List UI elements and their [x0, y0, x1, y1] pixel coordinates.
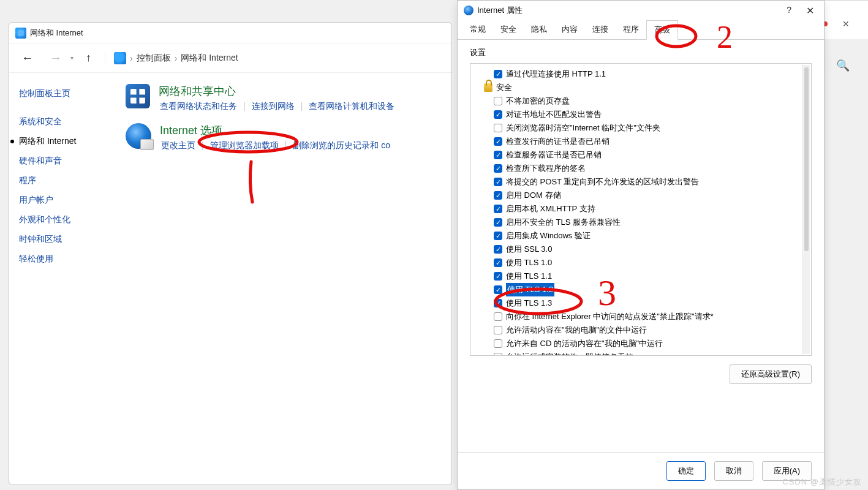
checkbox-icon[interactable]: ✓	[494, 164, 502, 173]
checkbox-icon[interactable]: ✓	[494, 285, 502, 294]
dialog-title: Internet 属性	[477, 5, 523, 16]
checkbox-icon[interactable]: ✓	[494, 299, 502, 307]
sidebar-item-6[interactable]: 时钟和区域	[19, 230, 116, 249]
breadcrumb[interactable]: › 控制面板 › 网络和 Internet	[105, 52, 443, 64]
category-title[interactable]: Internet 选项	[160, 123, 443, 138]
checkbox-icon[interactable]: ✓	[494, 178, 502, 186]
tab-6[interactable]: 高级	[646, 20, 678, 40]
checkbox-icon[interactable]: ✓	[494, 191, 502, 200]
setting-row[interactable]: ✓启用不安全的 TLS 服务器兼容性	[473, 216, 802, 229]
help-button[interactable]: ?	[787, 5, 791, 17]
setting-row[interactable]: ✓对证书地址不匹配发出警告	[473, 108, 802, 121]
tab-5[interactable]: 程序	[616, 20, 646, 39]
tab-3[interactable]: 内容	[554, 20, 585, 39]
breadcrumb-root[interactable]: 控制面板	[137, 53, 171, 64]
tab-2[interactable]: 隐私	[524, 20, 554, 39]
checkbox-icon[interactable]	[494, 312, 502, 321]
restore-defaults-button[interactable]: 还原高级设置(R)	[730, 364, 812, 384]
ok-button[interactable]: 确定	[666, 461, 706, 481]
setting-label: 启用不安全的 TLS 服务器兼容性	[506, 216, 621, 229]
setting-row[interactable]: ✓使用 TLS 1.1	[473, 270, 802, 283]
setting-row[interactable]: ✓启用集成 Windows 验证	[473, 229, 802, 243]
setting-label: 使用 TLS 1.3	[506, 296, 552, 310]
category-link[interactable]: 管理浏览器加载项	[209, 140, 280, 151]
setting-label: 启用本机 XMLHTTP 支持	[506, 202, 595, 216]
tab-0[interactable]: 常规	[462, 20, 493, 39]
dialog-tabs: 常规安全隐私内容连接程序高级	[458, 20, 824, 40]
separator: |	[243, 101, 246, 112]
outer-search-icon[interactable]: 🔍	[828, 54, 857, 77]
breadcrumb-current[interactable]: 网络和 Internet	[181, 53, 238, 64]
checkbox-icon[interactable]: ✓	[494, 110, 502, 119]
outer-close-icon[interactable]: ✕	[835, 14, 857, 34]
tab-1[interactable]: 安全	[493, 20, 524, 39]
setting-row[interactable]: ✓通过代理连接使用 HTTP 1.1	[473, 67, 802, 81]
setting-row[interactable]: ✓使用 TLS 1.3	[473, 296, 802, 310]
settings-listbox[interactable]: ✓通过代理连接使用 HTTP 1.1安全不将加密的页存盘✓对证书地址不匹配发出警…	[470, 63, 812, 356]
internet-icon	[126, 123, 151, 149]
category-title[interactable]: 网络和共享中心	[159, 84, 443, 99]
checkbox-icon[interactable]: ✓	[494, 137, 502, 146]
setting-label: 不将加密的页存盘	[506, 94, 570, 108]
setting-row[interactable]: ✓启用 DOM 存储	[473, 189, 802, 202]
setting-label: 通过代理连接使用 HTTP 1.1	[506, 67, 606, 81]
category-link[interactable]: 连接到网络	[251, 101, 296, 112]
checkbox-icon[interactable]: ✓	[494, 218, 502, 227]
sidebar-item-2[interactable]: 硬件和声音	[19, 151, 116, 171]
setting-row[interactable]: 向你在 Internet Explorer 中访问的站点发送"禁止跟踪"请求*	[473, 310, 802, 323]
checkbox-icon[interactable]	[494, 97, 502, 105]
close-icon[interactable]: ✕	[802, 5, 818, 17]
setting-row[interactable]: ✓使用 TLS 1.2	[473, 283, 802, 296]
setting-row[interactable]: 允许来自 CD 的活动内容在"我的电脑"中运行	[473, 337, 802, 350]
checkbox-icon[interactable]: ✓	[494, 151, 502, 159]
checkbox-icon[interactable]	[494, 326, 502, 334]
sidebar-item-7[interactable]: 轻松使用	[19, 249, 116, 269]
setting-row[interactable]: 关闭浏览器时清空"Internet 临时文件"文件夹	[473, 121, 802, 135]
setting-label: 使用 TLS 1.1	[506, 270, 552, 283]
sidebar-heading[interactable]: 控制面板主页	[19, 84, 116, 104]
sidebar-item-5[interactable]: 外观和个性化	[19, 210, 116, 230]
nav-forward-icon[interactable]: →	[46, 50, 66, 66]
sidebar-item-1[interactable]: 网络和 Internet	[19, 132, 116, 151]
setting-label: 关闭浏览器时清空"Internet 临时文件"文件夹	[506, 121, 660, 135]
checkbox-icon[interactable]: ✓	[494, 232, 502, 240]
scrollbar-thumb[interactable]	[804, 67, 809, 251]
setting-label: 允许来自 CD 的活动内容在"我的电脑"中运行	[506, 337, 663, 350]
category-link[interactable]: 删除浏览的历史记录和 co	[292, 140, 391, 151]
setting-row[interactable]: ✓检查服务器证书是否已吊销	[473, 148, 802, 162]
nav-up-icon[interactable]: ↑	[86, 51, 91, 64]
nav-history-chevron-icon[interactable]: ▾	[70, 55, 74, 61]
setting-row[interactable]: 允许运行或安装软件，即使签名无效	[473, 350, 802, 356]
checkbox-icon[interactable]: ✓	[494, 272, 502, 281]
checkbox-icon[interactable]	[494, 339, 502, 348]
checkbox-icon[interactable]: ✓	[494, 258, 502, 267]
setting-row[interactable]: ✓检查所下载程序的签名	[473, 162, 802, 175]
tab-4[interactable]: 连接	[585, 20, 616, 39]
checkbox-icon[interactable]	[494, 353, 502, 356]
cancel-button[interactable]: 取消	[714, 461, 753, 481]
checkbox-icon[interactable]	[494, 124, 502, 132]
setting-row[interactable]: ✓使用 TLS 1.0	[473, 256, 802, 270]
sidebar-item-3[interactable]: 程序	[19, 171, 116, 190]
setting-label: 启用集成 Windows 验证	[506, 229, 591, 243]
setting-row[interactable]: ✓使用 SSL 3.0	[473, 243, 802, 256]
setting-row[interactable]: ✓将提交的 POST 重定向到不允许发送的区域时发出警告	[473, 175, 802, 189]
checkbox-icon[interactable]: ✓	[494, 70, 502, 78]
category-link[interactable]: 更改主页	[160, 140, 197, 151]
setting-row[interactable]: ✓检查发行商的证书是否已吊销	[473, 135, 802, 148]
setting-row[interactable]: 不将加密的页存盘	[473, 94, 802, 108]
sidebar-item-0[interactable]: 系统和安全	[19, 112, 116, 132]
checkbox-icon[interactable]: ✓	[494, 245, 502, 254]
setting-label: 检查发行商的证书是否已吊销	[506, 135, 609, 148]
checkbox-icon[interactable]: ✓	[494, 205, 502, 213]
separator: |	[202, 140, 204, 151]
scrollbar[interactable]	[802, 65, 810, 354]
nav-back-icon[interactable]: ←	[18, 50, 37, 66]
setting-row[interactable]: ✓启用本机 XMLHTTP 支持	[473, 202, 802, 216]
apply-button[interactable]: 应用(A)	[762, 461, 812, 481]
sidebar-item-4[interactable]: 用户帐户	[19, 190, 116, 210]
category-link[interactable]: 查看网络状态和任务	[159, 101, 238, 112]
category-link[interactable]: 查看网络计算机和设备	[308, 101, 396, 112]
setting-row[interactable]: 允许活动内容在"我的电脑"的文件中运行	[473, 323, 802, 337]
setting-label: 对证书地址不匹配发出警告	[506, 108, 602, 121]
